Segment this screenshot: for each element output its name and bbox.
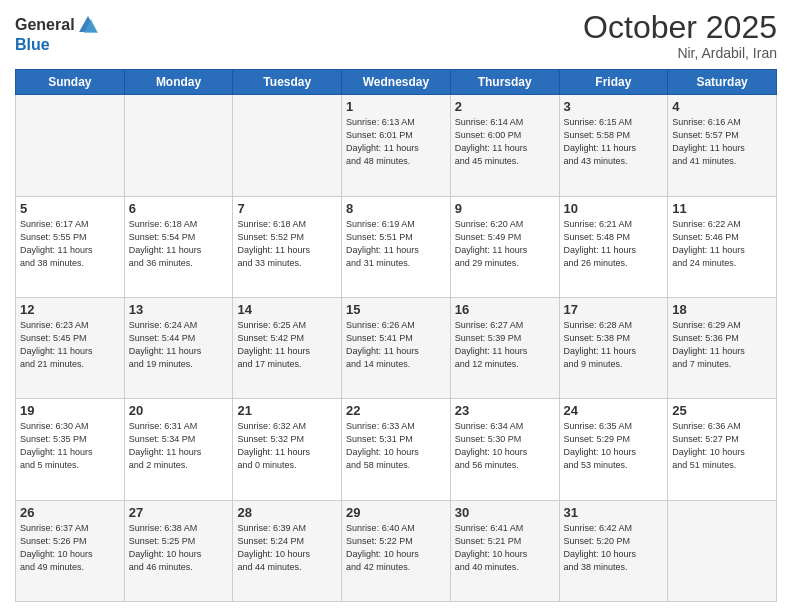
day-number: 2 <box>455 99 555 114</box>
day-info: Sunrise: 6:18 AM Sunset: 5:54 PM Dayligh… <box>129 218 229 270</box>
day-info: Sunrise: 6:20 AM Sunset: 5:49 PM Dayligh… <box>455 218 555 270</box>
day-header-wednesday: Wednesday <box>342 70 451 95</box>
calendar-cell: 1Sunrise: 6:13 AM Sunset: 6:01 PM Daylig… <box>342 95 451 196</box>
day-number: 16 <box>455 302 555 317</box>
day-info: Sunrise: 6:38 AM Sunset: 5:25 PM Dayligh… <box>129 522 229 574</box>
day-number: 23 <box>455 403 555 418</box>
day-info: Sunrise: 6:35 AM Sunset: 5:29 PM Dayligh… <box>564 420 664 472</box>
calendar-cell: 30Sunrise: 6:41 AM Sunset: 5:21 PM Dayli… <box>450 500 559 601</box>
calendar-week-row: 5Sunrise: 6:17 AM Sunset: 5:55 PM Daylig… <box>16 196 777 297</box>
calendar-cell: 21Sunrise: 6:32 AM Sunset: 5:32 PM Dayli… <box>233 399 342 500</box>
calendar-cell <box>233 95 342 196</box>
day-number: 9 <box>455 201 555 216</box>
calendar-cell: 17Sunrise: 6:28 AM Sunset: 5:38 PM Dayli… <box>559 297 668 398</box>
calendar-cell: 7Sunrise: 6:18 AM Sunset: 5:52 PM Daylig… <box>233 196 342 297</box>
day-number: 7 <box>237 201 337 216</box>
day-number: 25 <box>672 403 772 418</box>
day-number: 11 <box>672 201 772 216</box>
day-number: 13 <box>129 302 229 317</box>
day-number: 22 <box>346 403 446 418</box>
calendar-cell: 28Sunrise: 6:39 AM Sunset: 5:24 PM Dayli… <box>233 500 342 601</box>
day-info: Sunrise: 6:30 AM Sunset: 5:35 PM Dayligh… <box>20 420 120 472</box>
calendar-cell: 24Sunrise: 6:35 AM Sunset: 5:29 PM Dayli… <box>559 399 668 500</box>
day-info: Sunrise: 6:40 AM Sunset: 5:22 PM Dayligh… <box>346 522 446 574</box>
day-number: 15 <box>346 302 446 317</box>
day-number: 12 <box>20 302 120 317</box>
month-title: October 2025 <box>583 10 777 45</box>
calendar-cell <box>16 95 125 196</box>
day-info: Sunrise: 6:32 AM Sunset: 5:32 PM Dayligh… <box>237 420 337 472</box>
day-info: Sunrise: 6:28 AM Sunset: 5:38 PM Dayligh… <box>564 319 664 371</box>
day-number: 19 <box>20 403 120 418</box>
day-info: Sunrise: 6:37 AM Sunset: 5:26 PM Dayligh… <box>20 522 120 574</box>
day-number: 5 <box>20 201 120 216</box>
title-section: October 2025 Nir, Ardabil, Iran <box>583 10 777 61</box>
day-number: 10 <box>564 201 664 216</box>
day-info: Sunrise: 6:22 AM Sunset: 5:46 PM Dayligh… <box>672 218 772 270</box>
calendar-cell: 14Sunrise: 6:25 AM Sunset: 5:42 PM Dayli… <box>233 297 342 398</box>
calendar-cell: 4Sunrise: 6:16 AM Sunset: 5:57 PM Daylig… <box>668 95 777 196</box>
calendar-cell: 26Sunrise: 6:37 AM Sunset: 5:26 PM Dayli… <box>16 500 125 601</box>
day-info: Sunrise: 6:41 AM Sunset: 5:21 PM Dayligh… <box>455 522 555 574</box>
calendar-table: SundayMondayTuesdayWednesdayThursdayFrid… <box>15 69 777 602</box>
calendar-cell: 5Sunrise: 6:17 AM Sunset: 5:55 PM Daylig… <box>16 196 125 297</box>
day-info: Sunrise: 6:34 AM Sunset: 5:30 PM Dayligh… <box>455 420 555 472</box>
calendar-cell: 22Sunrise: 6:33 AM Sunset: 5:31 PM Dayli… <box>342 399 451 500</box>
day-number: 8 <box>346 201 446 216</box>
calendar-cell: 29Sunrise: 6:40 AM Sunset: 5:22 PM Dayli… <box>342 500 451 601</box>
calendar-cell: 15Sunrise: 6:26 AM Sunset: 5:41 PM Dayli… <box>342 297 451 398</box>
day-number: 20 <box>129 403 229 418</box>
day-number: 6 <box>129 201 229 216</box>
calendar-week-row: 1Sunrise: 6:13 AM Sunset: 6:01 PM Daylig… <box>16 95 777 196</box>
day-info: Sunrise: 6:16 AM Sunset: 5:57 PM Dayligh… <box>672 116 772 168</box>
day-info: Sunrise: 6:26 AM Sunset: 5:41 PM Dayligh… <box>346 319 446 371</box>
calendar-week-row: 12Sunrise: 6:23 AM Sunset: 5:45 PM Dayli… <box>16 297 777 398</box>
day-header-monday: Monday <box>124 70 233 95</box>
calendar-cell: 23Sunrise: 6:34 AM Sunset: 5:30 PM Dayli… <box>450 399 559 500</box>
logo: General Blue <box>15 14 99 54</box>
day-number: 29 <box>346 505 446 520</box>
day-header-sunday: Sunday <box>16 70 125 95</box>
calendar-cell: 11Sunrise: 6:22 AM Sunset: 5:46 PM Dayli… <box>668 196 777 297</box>
day-header-tuesday: Tuesday <box>233 70 342 95</box>
day-info: Sunrise: 6:17 AM Sunset: 5:55 PM Dayligh… <box>20 218 120 270</box>
day-info: Sunrise: 6:29 AM Sunset: 5:36 PM Dayligh… <box>672 319 772 371</box>
day-info: Sunrise: 6:23 AM Sunset: 5:45 PM Dayligh… <box>20 319 120 371</box>
calendar-cell: 19Sunrise: 6:30 AM Sunset: 5:35 PM Dayli… <box>16 399 125 500</box>
day-info: Sunrise: 6:25 AM Sunset: 5:42 PM Dayligh… <box>237 319 337 371</box>
day-number: 28 <box>237 505 337 520</box>
day-header-saturday: Saturday <box>668 70 777 95</box>
logo-general-text: General <box>15 16 75 34</box>
calendar-header-row: SundayMondayTuesdayWednesdayThursdayFrid… <box>16 70 777 95</box>
day-info: Sunrise: 6:31 AM Sunset: 5:34 PM Dayligh… <box>129 420 229 472</box>
day-number: 30 <box>455 505 555 520</box>
day-number: 14 <box>237 302 337 317</box>
day-number: 18 <box>672 302 772 317</box>
day-info: Sunrise: 6:33 AM Sunset: 5:31 PM Dayligh… <box>346 420 446 472</box>
day-number: 17 <box>564 302 664 317</box>
calendar-week-row: 19Sunrise: 6:30 AM Sunset: 5:35 PM Dayli… <box>16 399 777 500</box>
day-number: 24 <box>564 403 664 418</box>
header: General Blue October 2025 Nir, Ardabil, … <box>15 10 777 61</box>
day-info: Sunrise: 6:14 AM Sunset: 6:00 PM Dayligh… <box>455 116 555 168</box>
page: General Blue October 2025 Nir, Ardabil, … <box>0 0 792 612</box>
day-number: 1 <box>346 99 446 114</box>
calendar-cell <box>124 95 233 196</box>
day-number: 31 <box>564 505 664 520</box>
calendar-cell: 18Sunrise: 6:29 AM Sunset: 5:36 PM Dayli… <box>668 297 777 398</box>
day-info: Sunrise: 6:13 AM Sunset: 6:01 PM Dayligh… <box>346 116 446 168</box>
day-info: Sunrise: 6:24 AM Sunset: 5:44 PM Dayligh… <box>129 319 229 371</box>
calendar-week-row: 26Sunrise: 6:37 AM Sunset: 5:26 PM Dayli… <box>16 500 777 601</box>
calendar-cell: 13Sunrise: 6:24 AM Sunset: 5:44 PM Dayli… <box>124 297 233 398</box>
calendar-cell: 3Sunrise: 6:15 AM Sunset: 5:58 PM Daylig… <box>559 95 668 196</box>
day-info: Sunrise: 6:27 AM Sunset: 5:39 PM Dayligh… <box>455 319 555 371</box>
logo-icon <box>77 14 99 36</box>
day-number: 21 <box>237 403 337 418</box>
day-info: Sunrise: 6:15 AM Sunset: 5:58 PM Dayligh… <box>564 116 664 168</box>
calendar-cell: 6Sunrise: 6:18 AM Sunset: 5:54 PM Daylig… <box>124 196 233 297</box>
location: Nir, Ardabil, Iran <box>583 45 777 61</box>
calendar-cell: 16Sunrise: 6:27 AM Sunset: 5:39 PM Dayli… <box>450 297 559 398</box>
calendar-cell: 8Sunrise: 6:19 AM Sunset: 5:51 PM Daylig… <box>342 196 451 297</box>
calendar-cell: 31Sunrise: 6:42 AM Sunset: 5:20 PM Dayli… <box>559 500 668 601</box>
calendar-cell: 25Sunrise: 6:36 AM Sunset: 5:27 PM Dayli… <box>668 399 777 500</box>
